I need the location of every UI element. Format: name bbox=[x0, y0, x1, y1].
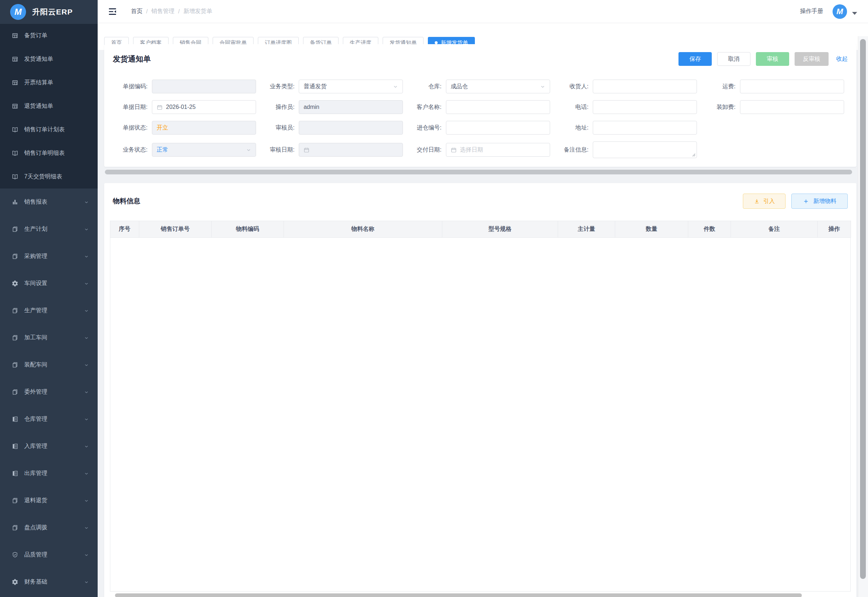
sidebar-item-sales-order-plan-report[interactable]: 销售订单计划表 bbox=[0, 118, 98, 141]
table-horizontal-scrollbar bbox=[110, 593, 851, 597]
copy-icon bbox=[12, 307, 18, 314]
breadcrumb-current: 新增发货单 bbox=[184, 7, 212, 15]
field-business-status: 业务状态: 正常 bbox=[113, 141, 260, 158]
save-button[interactable]: 保存 bbox=[678, 52, 712, 66]
sidebar-item-7day-delivery-report[interactable]: 7天交货明细表 bbox=[0, 165, 98, 189]
chevron-down-icon bbox=[393, 84, 398, 89]
table-grid-icon bbox=[12, 56, 18, 62]
handling-fee-field[interactable] bbox=[740, 100, 844, 114]
collapse-link[interactable]: 收起 bbox=[836, 55, 848, 63]
sidebar-item-inbound-mgmt[interactable]: 入库管理 bbox=[0, 433, 98, 460]
scrollbar-thumb[interactable] bbox=[115, 593, 802, 597]
copy-icon bbox=[12, 361, 18, 368]
sidebar-item-stocktake-transfer[interactable]: 盘点调拨 bbox=[0, 514, 98, 541]
sidebar-item-material-returns[interactable]: 退料退货 bbox=[0, 487, 98, 514]
sidebar-item-workshop-settings[interactable]: 车间设置 bbox=[0, 270, 98, 297]
download-icon bbox=[754, 198, 760, 205]
customer-name-input[interactable] bbox=[451, 104, 545, 110]
bill-date-picker[interactable]: 2026-01-25 bbox=[152, 100, 256, 114]
chevron-down-icon bbox=[84, 580, 89, 585]
field-delivery-date: 交付日期: bbox=[407, 141, 554, 158]
field-phone: 电话: bbox=[554, 100, 701, 114]
user-avatar[interactable]: M bbox=[832, 4, 847, 19]
delivery-date-input[interactable] bbox=[460, 147, 545, 153]
caret-down-icon[interactable] bbox=[852, 12, 857, 15]
remark-textarea[interactable] bbox=[593, 141, 697, 158]
sidebar-item-invoice-settlements[interactable]: 开票结算单 bbox=[0, 71, 98, 94]
scrollbar-thumb[interactable] bbox=[860, 39, 866, 579]
import-button[interactable]: 引入 bbox=[743, 193, 785, 209]
sidebar-menu: 销售报表 生产计划 采购管理 车间设置 生产管理 bbox=[0, 189, 98, 596]
unaudit-button[interactable]: 反审核 bbox=[795, 52, 829, 66]
breadcrumb-home[interactable]: 首页 bbox=[131, 7, 142, 15]
bill-code-input bbox=[157, 83, 251, 90]
status-open-value: 开立 bbox=[157, 124, 168, 132]
consignee-field[interactable] bbox=[593, 80, 697, 94]
open-book-icon bbox=[12, 126, 18, 133]
freight-field[interactable] bbox=[740, 80, 844, 94]
chevron-down-icon bbox=[84, 362, 89, 368]
sidebar-item-outsourcing-mgmt[interactable]: 委外管理 bbox=[0, 379, 98, 405]
col-main-unit: 主计量 bbox=[558, 221, 615, 238]
status-normal-value: 正常 bbox=[157, 146, 168, 154]
material-panel-header: 物料信息 引入 新增物料 bbox=[110, 193, 851, 209]
bill-status-field: 开立 bbox=[152, 121, 256, 135]
sidebar-item-warehouse-mgmt[interactable]: 仓库管理 bbox=[0, 405, 98, 433]
freight-input[interactable] bbox=[745, 83, 840, 90]
manual-link[interactable]: 操作手册 bbox=[800, 7, 823, 15]
sidebar-item-production-plan[interactable]: 生产计划 bbox=[0, 215, 98, 243]
copy-icon bbox=[12, 253, 18, 260]
calendar-icon bbox=[451, 147, 457, 153]
sidebar-item-purchase-mgmt[interactable]: 采购管理 bbox=[0, 243, 98, 270]
material-action-buttons: 引入 新增物料 bbox=[743, 193, 848, 209]
field-customer-name: 客户名称: bbox=[407, 100, 554, 114]
warehouse-entry-no-field[interactable] bbox=[446, 121, 550, 135]
business-type-select[interactable]: 普通发货 bbox=[299, 80, 403, 94]
cancel-button[interactable]: 取消 bbox=[717, 52, 751, 66]
journal-icon bbox=[12, 443, 18, 450]
page-vertical-scrollbar bbox=[858, 36, 868, 597]
breadcrumb: 首页 / 销售管理 / 新增发货单 bbox=[131, 7, 212, 15]
phone-input[interactable] bbox=[597, 104, 692, 110]
sidebar-item-sales-reports[interactable]: 销售报表 bbox=[0, 189, 98, 215]
sidebar-item-sales-order-detail-report[interactable]: 销售订单明细表 bbox=[0, 141, 98, 165]
sidebar-item-production-mgmt[interactable]: 生产管理 bbox=[0, 297, 98, 324]
topbar: 首页 / 销售管理 / 新增发货单 操作手册 M bbox=[98, 0, 868, 23]
scrollbar-thumb[interactable] bbox=[105, 170, 852, 174]
sidebar: M 升阳云ERP 备货订单 发货通知单 开票结算单 退货通知单 销售订 bbox=[0, 0, 98, 597]
material-section-title: 物料信息 bbox=[113, 196, 140, 206]
sidebar-item-assembly-workshop[interactable]: 装配车间 bbox=[0, 351, 98, 379]
copy-icon bbox=[12, 334, 18, 341]
sidebar-item-processing-workshop[interactable]: 加工车间 bbox=[0, 324, 98, 351]
add-material-button[interactable]: 新增物料 bbox=[791, 193, 848, 209]
menu-fold-icon[interactable] bbox=[108, 7, 117, 16]
chevron-down-icon bbox=[540, 84, 545, 89]
sidebar-item-return-notices[interactable]: 退货通知单 bbox=[0, 94, 98, 118]
business-status-select[interactable]: 正常 bbox=[152, 143, 256, 157]
field-freight: 运费: bbox=[701, 80, 848, 94]
customer-name-field[interactable] bbox=[446, 100, 550, 114]
col-actions: 操作 bbox=[818, 221, 851, 238]
delivery-date-picker[interactable] bbox=[446, 143, 550, 157]
auditor-field bbox=[299, 121, 403, 135]
sidebar-item-finance-basics[interactable]: 财务基础 bbox=[0, 569, 98, 596]
open-book-icon bbox=[12, 150, 18, 157]
sidebar-item-delivery-notices[interactable]: 发货通知单 bbox=[0, 48, 98, 71]
address-field[interactable] bbox=[593, 121, 697, 135]
address-input[interactable] bbox=[597, 125, 692, 131]
consignee-input[interactable] bbox=[597, 83, 692, 90]
remark-input[interactable] bbox=[597, 144, 692, 158]
handling-fee-input[interactable] bbox=[745, 104, 840, 110]
table-grid-icon bbox=[12, 103, 18, 110]
calendar-icon bbox=[157, 104, 163, 110]
page-title: 发货通知单 bbox=[113, 54, 151, 64]
sidebar-item-quality-mgmt[interactable]: 品质管理 bbox=[0, 541, 98, 569]
sidebar-expanded-group: 备货订单 发货通知单 开票结算单 退货通知单 销售订单计划表 销售订单明细表 bbox=[0, 24, 98, 189]
resize-grip-icon[interactable] bbox=[692, 153, 696, 157]
sidebar-item-stock-orders[interactable]: 备货订单 bbox=[0, 24, 98, 48]
phone-field[interactable] bbox=[593, 100, 697, 114]
warehouse-select[interactable]: 成品仓 bbox=[446, 80, 550, 94]
sidebar-item-outbound-mgmt[interactable]: 出库管理 bbox=[0, 460, 98, 487]
audit-button[interactable]: 审核 bbox=[756, 52, 789, 66]
warehouse-entry-no-input[interactable] bbox=[451, 125, 545, 131]
